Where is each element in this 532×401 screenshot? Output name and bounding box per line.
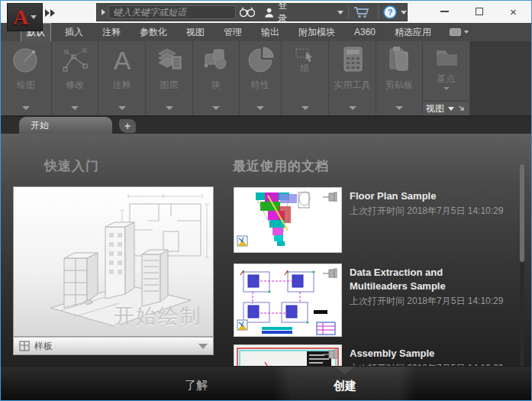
ribbon-tab-row: 默认 插入 注释 参数化 视图 管理 输出 附加模块 A360 精选应用: [1, 23, 531, 41]
view-dropdown-icon: [448, 107, 454, 111]
tab-featured-apps[interactable]: 精选应用: [389, 24, 437, 41]
panel-modify-expander[interactable]: [71, 106, 79, 110]
panel-clipboard-expander[interactable]: [395, 106, 403, 110]
shopping-cart-icon: [353, 6, 370, 19]
document-last-opened: 上次打开时间 2018年7月5日 14:10:29: [350, 295, 503, 307]
scrollbar-thumb[interactable]: [520, 164, 524, 262]
panel-properties-label: 特性: [240, 79, 281, 90]
panel-group-expander[interactable]: [301, 106, 309, 110]
store-button[interactable]: [353, 6, 370, 19]
plus-icon: +: [124, 120, 131, 132]
maximize-button[interactable]: [462, 1, 496, 22]
ribbon-panels: 绘图 修改 A: [1, 41, 531, 115]
panel-utilities-label: 实用工具: [329, 79, 376, 90]
signin-dropdown-icon[interactable]: [337, 11, 343, 15]
minimize-icon: [440, 11, 449, 12]
calculator-icon: [329, 44, 376, 75]
start-drawing-card[interactable]: 开始绘制: [13, 186, 214, 337]
annotate-letter-a-icon: A: [98, 44, 145, 75]
tab-view[interactable]: 视图: [181, 24, 210, 41]
svg-text:?: ?: [388, 8, 393, 17]
panel-layers-expander[interactable]: [166, 106, 173, 110]
close-icon: ×: [510, 6, 517, 18]
document-thumbnail: [234, 187, 342, 253]
help-button[interactable]: ?: [383, 5, 397, 19]
panel-draw: 绘图: [1, 41, 52, 115]
panel-annotate-expander[interactable]: [118, 106, 126, 110]
dwg-file-icon: [237, 235, 250, 250]
panel-properties-expander[interactable]: [256, 106, 264, 110]
app-window: × A 登录: [0, 0, 532, 401]
document-info: Data Extraction and Multileaders Sample …: [350, 264, 503, 337]
start-file-tab-label: 开始: [31, 119, 49, 132]
template-label: 样板: [34, 340, 198, 353]
search-input[interactable]: [108, 5, 236, 19]
search-strip: 登录 ?: [96, 3, 408, 21]
base-folder-icon: [423, 44, 469, 70]
recent-scrollbar[interactable]: [520, 164, 524, 375]
panel-basepoint-label: 基点: [423, 73, 469, 84]
new-tab-button[interactable]: +: [119, 119, 136, 133]
panel-block: 块: [193, 41, 240, 115]
tab-annotate[interactable]: 注释: [97, 24, 126, 41]
document-title: Assembly Sample: [350, 347, 503, 361]
view-switcher-label: 视图: [426, 102, 444, 115]
user-icon: [264, 6, 274, 19]
svg-text:A: A: [113, 46, 131, 75]
template-bar[interactable]: 样板: [13, 337, 214, 355]
tab-parametric[interactable]: 参数化: [134, 24, 172, 41]
view-switcher[interactable]: 视图: [423, 101, 469, 115]
pin-icon[interactable]: [322, 267, 337, 281]
search-button[interactable]: [240, 7, 255, 18]
binoculars-icon: [240, 7, 255, 18]
modify-nodes-icon: [52, 44, 98, 75]
panel-utilities-expander[interactable]: [349, 106, 356, 110]
panel-modify: 修改: [52, 41, 98, 115]
document-last-opened: 上次打开时间 2018年7月5日 14:10:29: [350, 205, 503, 217]
file-tab-bar: 开始 +: [1, 117, 531, 134]
pin-icon[interactable]: [322, 348, 337, 362]
ribbon-collapse-button[interactable]: [450, 28, 469, 36]
tab-addins[interactable]: 附加模块: [293, 24, 340, 41]
create-section: 创建: [273, 367, 417, 401]
help-icon: ?: [383, 5, 397, 19]
start-file-tab[interactable]: 开始: [19, 117, 112, 134]
tab-output[interactable]: 输出: [256, 24, 285, 41]
search-prompt-icon: [102, 9, 105, 15]
start-page: 快速入门 最近使用的文档: [1, 134, 531, 401]
panel-draw-expander[interactable]: [22, 106, 30, 110]
help-dropdown-icon[interactable]: [401, 11, 407, 15]
panel-clipboard-label: 剪贴板: [376, 79, 422, 90]
panel-basepoint: 基点 视图: [423, 41, 470, 115]
panel-basepoint-expander[interactable]: [443, 87, 450, 90]
logo-dropdown-icon: [31, 15, 37, 19]
tab-manage[interactable]: 管理: [218, 24, 247, 41]
minimize-button[interactable]: [427, 1, 462, 22]
qat-expand-button[interactable]: [45, 8, 59, 18]
ribbon-panel-icon: [450, 28, 461, 36]
signin-button[interactable]: 登录: [264, 0, 293, 25]
panel-group-label: 组: [282, 63, 328, 73]
panel-group: 组: [282, 41, 329, 115]
clipboard-icon: [376, 44, 422, 75]
panel-block-expander[interactable]: [212, 106, 220, 110]
learn-button[interactable]: 了解: [153, 367, 239, 401]
panel-block-label: 块: [193, 79, 239, 90]
close-button[interactable]: ×: [496, 1, 530, 22]
pin-icon[interactable]: [322, 191, 337, 205]
tab-insert[interactable]: 插入: [60, 24, 89, 41]
tab-a360[interactable]: A360: [349, 24, 381, 40]
layers-stack-icon: [146, 44, 192, 75]
draw-circle-icon: [1, 44, 51, 75]
group-select-icon: [282, 47, 328, 63]
block-shapes-icon: [193, 44, 239, 75]
panel-clipboard: 剪贴板: [376, 41, 423, 115]
document-title: Floor Plan Sample: [350, 189, 503, 203]
recent-document-row[interactable]: Data Extraction and Multileaders Sample …: [234, 264, 524, 337]
view-launcher-icon: [459, 105, 465, 112]
create-pointer-triangle: [335, 367, 355, 374]
autocad-logo-button[interactable]: A: [7, 3, 43, 31]
document-info: Floor Plan Sample 上次打开时间 2018年7月5日 14:10…: [350, 187, 503, 253]
panel-layers-label: 图层: [146, 79, 192, 90]
recent-document-row[interactable]: Floor Plan Sample 上次打开时间 2018年7月5日 14:10…: [234, 187, 524, 253]
